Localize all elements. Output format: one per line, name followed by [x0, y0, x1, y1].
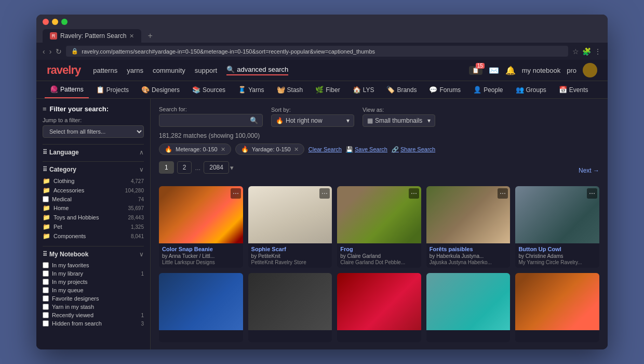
next-button[interactable]: Next →	[579, 167, 599, 174]
messages-icon[interactable]: ✉️	[489, 66, 499, 75]
category-toggle-icon[interactable]: ∨	[139, 166, 144, 173]
new-tab-button[interactable]: +	[143, 29, 156, 43]
clear-search-link[interactable]: Clear Search	[308, 146, 342, 152]
notebook-fav-designers[interactable]: Favorite designers	[43, 294, 144, 303]
menu-icon[interactable]: ⋮	[594, 47, 601, 56]
card-more-button-4[interactable]: ⋯	[498, 188, 508, 199]
bookmark-icon[interactable]: ☆	[572, 47, 579, 56]
card-more-button-3[interactable]: ⋯	[409, 188, 419, 199]
library-checkbox[interactable]	[43, 270, 49, 277]
card-more-button-1[interactable]: ⋯	[231, 188, 241, 199]
category-section-header[interactable]: ⠿ Category ∨	[43, 166, 144, 173]
search-input-wrap[interactable]: 🔍	[159, 114, 263, 127]
search-input[interactable]	[164, 117, 250, 124]
sub-nav-people[interactable]: 👤 People	[468, 81, 508, 98]
sub-nav-brands[interactable]: 🏷️ Brands	[381, 81, 422, 98]
sort-select[interactable]: 🔥 Hot right now ▾	[271, 114, 354, 127]
category-toys[interactable]: 📁 Toys and Hobbies 28,443	[43, 213, 144, 222]
pattern-name-6[interactable]	[162, 333, 240, 339]
category-medical[interactable]: Medical 74	[43, 195, 144, 203]
notebook-hidden[interactable]: Hidden from search 3	[43, 319, 144, 328]
nav-advanced-search[interactable]: 🔍 advanced search	[226, 66, 288, 75]
minimize-button[interactable]	[52, 19, 58, 25]
sub-nav-lys[interactable]: 🏠 LYS	[347, 81, 380, 98]
pattern-thumb-9[interactable]	[426, 273, 511, 330]
back-button[interactable]: ‹	[43, 47, 45, 56]
filter-tag-yardage[interactable]: 🔥 Yardage: 0-150 ✕	[235, 144, 304, 155]
medical-checkbox[interactable]	[43, 196, 49, 202]
pattern-name-3[interactable]: Frog	[340, 246, 418, 252]
language-section-header[interactable]: ⠿ Language ∧	[43, 149, 144, 156]
notebook-favorites[interactable]: In my favorites	[43, 261, 144, 269]
page-end-button[interactable]: 2084	[204, 161, 229, 174]
page-1-button[interactable]: 1	[159, 161, 174, 174]
view-select[interactable]: ▦ Small thumbnails ▾	[363, 114, 435, 127]
recently-viewed-checkbox[interactable]	[43, 312, 49, 318]
pattern-name-1[interactable]: Color Snap Beanie	[162, 246, 240, 252]
category-pet[interactable]: 📁 Pet 1,325	[43, 222, 144, 231]
remove-meterage-icon[interactable]: ✕	[221, 146, 225, 153]
sub-nav-projects[interactable]: 📋 Projects	[91, 81, 134, 98]
alerts-icon[interactable]: 🔔	[505, 66, 516, 75]
filter-jump-select[interactable]: Select from all filters...	[43, 125, 144, 138]
hidden-checkbox[interactable]	[43, 320, 49, 327]
category-components[interactable]: 📁 Components 8,041	[43, 231, 144, 241]
pattern-name-8[interactable]	[340, 333, 418, 339]
sub-nav-events[interactable]: 📅 Events	[554, 81, 594, 98]
sub-nav-forums[interactable]: 💬 Forums	[424, 81, 466, 98]
nav-support[interactable]: support	[195, 67, 217, 74]
nav-yarns[interactable]: yarns	[127, 67, 143, 74]
category-accessories[interactable]: 📁 Accessories 104,280	[43, 186, 144, 195]
notebook-recently-viewed[interactable]: Recently viewed 1	[43, 311, 144, 319]
pattern-thumb-10[interactable]	[515, 273, 599, 330]
notebook-projects[interactable]: In my projects	[43, 278, 144, 286]
sub-nav-groups[interactable]: 👥 Groups	[511, 81, 552, 98]
forward-button[interactable]: ›	[49, 47, 52, 56]
refresh-button[interactable]: ↻	[56, 47, 62, 56]
card-more-button-5[interactable]: ⋯	[587, 188, 597, 199]
pattern-thumb-7[interactable]	[248, 273, 332, 330]
stash-checkbox[interactable]	[43, 304, 49, 310]
favorites-checkbox[interactable]	[43, 262, 49, 268]
pattern-name-5[interactable]: Button Up Cowl	[518, 246, 596, 252]
avatar[interactable]	[583, 63, 597, 77]
maximize-button[interactable]	[61, 19, 68, 25]
notebook-stash[interactable]: Yarn in my stash	[43, 303, 144, 311]
pattern-name-9[interactable]	[430, 333, 507, 339]
sub-nav-patterns[interactable]: 🧶 Patterns	[45, 81, 89, 98]
tab-close-icon[interactable]: ✕	[129, 33, 134, 40]
queue-checkbox[interactable]	[43, 287, 49, 293]
my-notebook-link[interactable]: my notebook	[522, 67, 560, 74]
language-toggle-icon[interactable]: ∧	[139, 149, 144, 156]
pattern-thumb-6[interactable]	[159, 273, 243, 330]
remove-yardage-icon[interactable]: ✕	[294, 146, 299, 153]
notebook-queue[interactable]: In my queue	[43, 286, 144, 294]
nav-community[interactable]: community	[153, 67, 185, 74]
notebook-toggle-icon[interactable]: ∨	[139, 251, 144, 258]
pattern-thumb-8[interactable]	[337, 273, 421, 330]
sub-nav-sources[interactable]: 📚 Sources	[187, 81, 231, 98]
nav-patterns[interactable]: patterns	[93, 67, 117, 74]
pattern-name-10[interactable]	[518, 333, 596, 339]
pro-link[interactable]: pro	[567, 67, 576, 74]
browser-tab-ravelry[interactable]: R Ravelry: Pattern Search ✕	[43, 29, 141, 43]
category-home[interactable]: 📁 Home 35,697	[43, 203, 144, 213]
pattern-name-2[interactable]: Sophie Scarf	[251, 246, 329, 252]
sub-nav-designers[interactable]: 🎨 Designers	[136, 81, 185, 98]
pattern-name-7[interactable]	[251, 333, 329, 339]
close-button[interactable]	[43, 19, 49, 25]
filter-tag-meterage[interactable]: 🔥 Meterage: 0-150 ✕	[159, 144, 231, 155]
notebook-library[interactable]: In my library 1	[43, 269, 144, 278]
category-clothing[interactable]: 📁 Clothing 4,727	[43, 176, 144, 186]
ravelry-logo[interactable]: ravelry	[47, 63, 81, 77]
sub-nav-yarns[interactable]: 🧵 Yarns	[233, 81, 269, 98]
card-more-button-2[interactable]: ⋯	[319, 188, 330, 199]
projects-checkbox[interactable]	[43, 279, 49, 285]
address-bar[interactable]: 🔒 ravelry.com/patterns/search#yardage-in…	[66, 46, 568, 57]
sub-nav-stash[interactable]: 🧺 Stash	[272, 81, 308, 98]
fav-designers-checkbox[interactable]	[43, 295, 49, 302]
page-2-button[interactable]: 2	[177, 161, 192, 174]
share-search-link[interactable]: 🔗 Share Search	[392, 146, 435, 153]
pattern-name-4[interactable]: Forêts paisibles	[430, 246, 507, 252]
notification-badge[interactable]: 📋 15	[469, 66, 482, 75]
